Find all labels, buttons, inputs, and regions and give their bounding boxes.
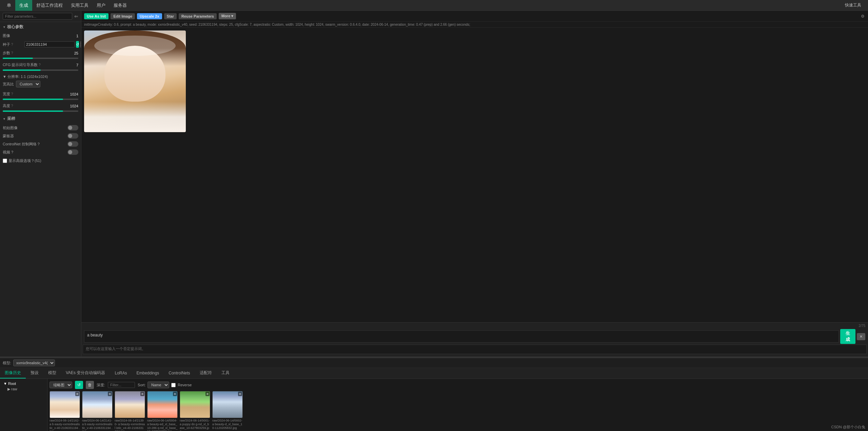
- gallery-grid: ≡raw/2024-06-14/2162-a b eauty-xxmix9rea…: [50, 391, 866, 431]
- edit-image-button[interactable]: Edit Image: [111, 13, 135, 19]
- generated-image[interactable]: [84, 30, 186, 132]
- negative-prompt-input[interactable]: [83, 345, 867, 354]
- controlnet-row: ControlNet 控制网络 ?: [0, 140, 81, 148]
- tab-tools[interactable]: 工具: [217, 368, 234, 378]
- controlnet-toggle[interactable]: [67, 141, 78, 147]
- resolution-label: ▼ 分辨率: 1:1 (1024x1024): [3, 74, 78, 79]
- generate-button[interactable]: 生成: [840, 329, 855, 344]
- depth-input[interactable]: [108, 382, 135, 388]
- width-slider[interactable]: [0, 98, 81, 102]
- height-slider[interactable]: [0, 110, 81, 114]
- gallery-thumb[interactable]: ≡raw/2024-06-14/0002-a beauty-d_xl_base_…: [212, 391, 243, 431]
- gallery-main: 缩略图 列表 ↺ 🗑 深度: Sort: Name Date Reverse: [47, 379, 868, 431]
- tab-embeddings[interactable]: Embeddings: [132, 369, 164, 378]
- tab-vaes[interactable]: VAEs 变分自动编码器: [61, 368, 110, 378]
- file-tree: ▼ Root ▶ raw: [0, 379, 47, 431]
- reverse-label: Reverse: [178, 383, 192, 387]
- cfg-help-icon: ?: [39, 63, 41, 67]
- height-help-icon: ?: [11, 104, 13, 108]
- video-row: 视频 ?: [0, 148, 81, 156]
- model-select[interactable]: xxmix9realistic_v4(: [13, 360, 55, 366]
- collapse-button[interactable]: ⇐: [74, 14, 78, 19]
- main-layout: ⇐ 核心参数 图像 1 种子 ? ↺ ✕ 步数 ? 25: [0, 11, 868, 356]
- thumb-menu-icon[interactable]: ≡: [108, 392, 112, 396]
- seed-row: 种子 ? ↺ ✕: [0, 40, 81, 49]
- center-panel: Use As Init Edit Image Upscale 2x Star R…: [81, 11, 868, 356]
- aspect-label: 宽高比: [3, 82, 14, 87]
- gallery-thumb[interactable]: ≡raw/2024-06-14/2162-a b eauty-xxmix9rea…: [50, 391, 80, 431]
- depth-label: 深度:: [97, 383, 105, 388]
- gallery-thumb[interactable]: ≡raw/2024-06-14/0001-a puppy do g-nd_xl_…: [180, 391, 210, 431]
- height-value: 1024: [70, 104, 78, 108]
- use-as-init-button[interactable]: Use As Init: [84, 13, 108, 19]
- interrupt-button[interactable]: ✕: [857, 333, 865, 340]
- more-button[interactable]: More ▾: [219, 13, 236, 19]
- gallery-refresh-button[interactable]: ↺: [75, 381, 83, 389]
- reverse-checkbox[interactable]: [171, 383, 176, 387]
- resolution-section: ▼ 分辨率: 1:1 (1024x1024) 宽高比 Custom 1:1 4:…: [0, 73, 81, 90]
- nav-item-server[interactable]: 服务器: [110, 0, 131, 11]
- thumb-name: raw/2024-06-14/0004-a beauty-ed_xl_base_…: [147, 419, 178, 431]
- positive-prompt-input[interactable]: a beauty: [84, 330, 839, 343]
- steps-param-row: 步数 ? 25: [0, 49, 81, 57]
- thumb-menu-icon[interactable]: ≡: [140, 392, 144, 396]
- toolbar-row: Use As Init Edit Image Upscale 2x Star R…: [81, 11, 868, 22]
- tab-models[interactable]: 模型: [43, 368, 61, 378]
- gallery-delete-button[interactable]: 🗑: [86, 381, 94, 389]
- steps-slider[interactable]: [0, 57, 81, 61]
- nav-item-tools[interactable]: 实用工具: [67, 0, 93, 11]
- thumb-menu-icon[interactable]: ≡: [75, 392, 79, 396]
- upscale-2x-button[interactable]: Upscale 2x: [137, 13, 162, 19]
- view-select[interactable]: 缩略图 列表: [50, 382, 72, 388]
- star-button[interactable]: Star: [164, 13, 177, 19]
- mask-toggle[interactable]: [67, 133, 78, 139]
- tree-raw[interactable]: ▶ raw: [2, 386, 45, 392]
- thumb-menu-icon[interactable]: ≡: [205, 392, 210, 396]
- nav-item-single[interactable]: 单: [3, 0, 15, 11]
- tab-controlnets[interactable]: ControlNets: [164, 369, 195, 378]
- init-image-toggle[interactable]: [67, 125, 78, 130]
- model-row: 模型: xxmix9realistic_v4(: [0, 358, 868, 368]
- seed-refresh-button[interactable]: ↺: [76, 41, 79, 48]
- nav-item-workflow[interactable]: 舒适工作流程: [32, 0, 67, 11]
- seed-help-icon: ?: [11, 43, 13, 46]
- nav-item-user[interactable]: 用户: [93, 0, 110, 11]
- reuse-params-button[interactable]: Reuse Parameters: [179, 13, 217, 19]
- gallery-thumb[interactable]: ≡raw/2024-06-14/2141-a b eauty-xxmix9rea…: [82, 391, 113, 431]
- quick-tools-label: 快速工具: [841, 2, 865, 8]
- thumb-menu-icon[interactable]: ≡: [238, 392, 242, 396]
- aspect-row: 宽高比 Custom 1:1 4:3 16:9: [3, 81, 78, 87]
- thumb-menu-icon[interactable]: ≡: [173, 392, 177, 396]
- video-toggle[interactable]: [67, 149, 78, 155]
- watermark: CSDN @那个小白兔: [831, 425, 865, 430]
- settings-icon[interactable]: ⚙: [860, 13, 865, 19]
- image-area[interactable]: [81, 28, 868, 322]
- core-params-section[interactable]: 核心参数: [0, 22, 81, 32]
- filter-input[interactable]: [3, 13, 72, 20]
- image-label: 图像: [3, 33, 23, 38]
- gallery-thumb[interactable]: ≡raw/2024-06-14/0004-a beauty-ed_xl_base…: [147, 391, 178, 431]
- sampling-section[interactable]: 采样: [0, 114, 81, 124]
- nav-item-generate[interactable]: 生成: [15, 0, 32, 11]
- thumb-image: ≡: [115, 391, 145, 418]
- tree-root[interactable]: ▼ Root: [2, 381, 45, 386]
- tab-image-history[interactable]: 图像历史: [0, 368, 26, 378]
- gallery-content: ▼ Root ▶ raw 缩略图 列表 ↺ 🗑 深度: Sort: Name D…: [0, 379, 868, 431]
- image-param-row: 图像 1: [0, 32, 81, 40]
- controlnet-label: ControlNet 控制网络 ?: [3, 142, 40, 147]
- tab-loras[interactable]: LoRAs: [110, 369, 132, 378]
- sort-select[interactable]: Name Date: [147, 382, 169, 388]
- aspect-select[interactable]: Custom 1:1 4:3 16:9: [16, 81, 40, 87]
- prompt-section: 2/75 a beauty 生成 ✕: [81, 322, 868, 356]
- gallery-thumb[interactable]: ≡raw/2024-06-14/21390- a beauty-xxmix9re…: [115, 391, 145, 431]
- tab-wildcards[interactable]: 适配符: [195, 368, 217, 378]
- advanced-checkbox[interactable]: [3, 159, 7, 163]
- cfg-slider[interactable]: [0, 69, 81, 73]
- width-label: 宽度 ?: [3, 91, 23, 97]
- steps-value: 25: [74, 51, 78, 55]
- mask-row: 蒙板器: [0, 132, 81, 140]
- thumb-image: ≡: [212, 391, 243, 418]
- tab-presets[interactable]: 预设: [26, 368, 43, 378]
- seed-input[interactable]: [24, 41, 75, 47]
- advanced-row: 显示高级选项？(51): [0, 156, 81, 165]
